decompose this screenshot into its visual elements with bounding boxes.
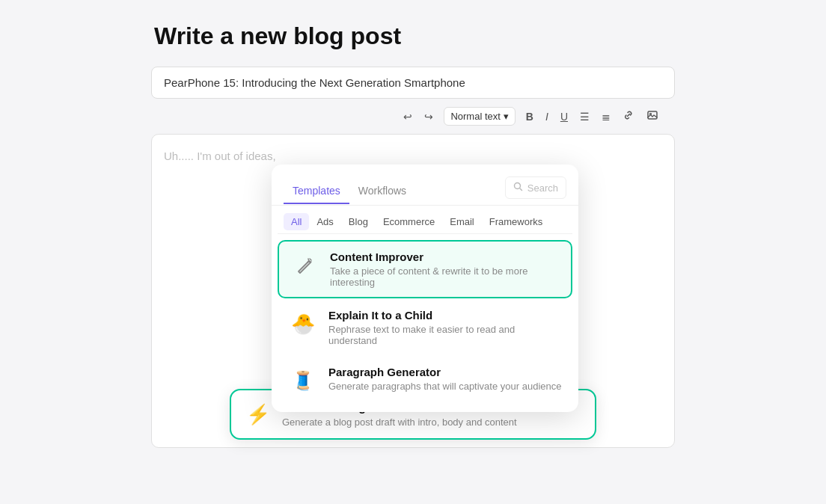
content-improver-icon <box>290 251 319 280</box>
filter-row: All Ads Blog Ecommerce Email Frameworks <box>272 206 578 233</box>
editor-placeholder: Uh..... I'm out of ideas, <box>164 147 662 165</box>
templates-panel: Templates Workflows Search All Ads <box>272 165 578 412</box>
redo-icon: ↪ <box>424 111 433 123</box>
underline-button[interactable]: U <box>556 108 572 126</box>
template-content-improver[interactable]: Content Improver Take a piece of content… <box>278 240 572 298</box>
editor-toolbar: ↩ ↪ Normal text ▾ B I U ☰ ≣ <box>151 99 675 134</box>
text-style-label: Normal text <box>450 111 500 122</box>
italic-button[interactable]: I <box>541 108 553 126</box>
content-improver-text: Content Improver Take a piece of content… <box>330 251 560 288</box>
ordered-list-icon: ≣ <box>602 111 611 123</box>
italic-icon: I <box>545 111 548 123</box>
panel-header: Templates Workflows Search <box>272 165 578 206</box>
filter-all[interactable]: All <box>284 213 309 230</box>
post-title-input[interactable] <box>151 67 675 99</box>
search-placeholder-text: Search <box>527 182 558 194</box>
page-container: Write a new blog post ↩ ↪ Normal text ▾ … <box>151 15 675 489</box>
undo-icon: ↩ <box>403 111 412 123</box>
bold-button[interactable]: B <box>521 108 538 126</box>
explain-child-icon: 🐣 <box>288 309 318 339</box>
explain-child-text: Explain It to a Child Rephrase text to m… <box>328 309 562 346</box>
bullet-list-icon: ☰ <box>580 111 590 123</box>
filter-ecommerce[interactable]: Ecommerce <box>376 213 442 230</box>
redo-button[interactable]: ↪ <box>420 108 438 126</box>
template-explain-child[interactable]: 🐣 Explain It to a Child Rephrase text to… <box>278 300 572 355</box>
text-style-select[interactable]: Normal text ▾ <box>444 107 515 126</box>
filter-blog[interactable]: Blog <box>341 213 376 230</box>
svg-rect-0 <box>648 111 657 119</box>
ordered-list-button[interactable]: ≣ <box>597 108 615 126</box>
image-icon <box>646 109 658 123</box>
paragraph-generator-icon: 🧵 <box>288 366 318 396</box>
paragraph-generator-text: Paragraph Generator Generate paragraphs … <box>328 366 561 392</box>
underline-icon: U <box>560 111 568 123</box>
filter-frameworks[interactable]: Frameworks <box>482 213 551 230</box>
page-title: Write a new blog post <box>151 22 675 50</box>
filter-ads[interactable]: Ads <box>309 213 340 230</box>
tab-workflows[interactable]: Workflows <box>349 179 415 204</box>
templates-list: Content Improver Take a piece of content… <box>272 234 578 412</box>
search-box[interactable]: Search <box>505 176 566 199</box>
bullet-list-button[interactable]: ☰ <box>575 108 594 126</box>
link-icon <box>622 109 634 123</box>
search-icon <box>513 182 523 194</box>
editor-area[interactable]: Uh..... I'm out of ideas, Templates Work… <box>151 134 675 448</box>
undo-button[interactable]: ↩ <box>399 108 417 126</box>
filter-email[interactable]: Email <box>442 213 482 230</box>
chevron-down-icon: ▾ <box>504 111 509 122</box>
bold-icon: B <box>526 111 533 123</box>
tab-templates[interactable]: Templates <box>284 179 349 204</box>
template-paragraph-generator[interactable]: 🧵 Paragraph Generator Generate paragraph… <box>278 357 572 405</box>
svg-point-2 <box>514 183 520 189</box>
link-button[interactable] <box>618 106 639 126</box>
selected-template-icon: ⚡ <box>246 403 270 426</box>
image-button[interactable] <box>642 106 663 126</box>
